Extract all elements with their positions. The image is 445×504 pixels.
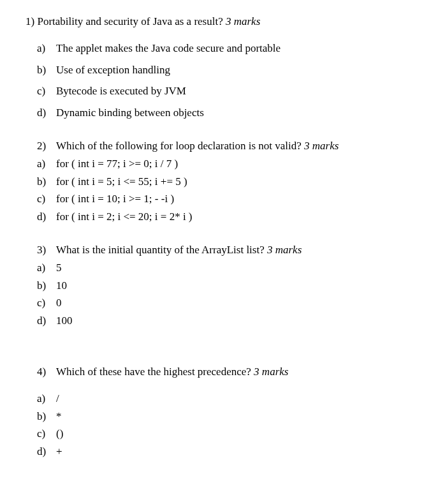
question-marks: 3 marks — [226, 15, 260, 27]
option-letter: c) — [37, 84, 56, 99]
option-letter: b) — [37, 174, 56, 189]
question-2: 2)Which of the following for loop declar… — [26, 138, 426, 225]
option-text: for ( int i = 2; i <= 20; i = 2* i ) — [56, 211, 193, 223]
question-1-options: a)The applet makes the Java code secure … — [26, 41, 426, 121]
option-letter: d) — [37, 313, 56, 329]
option-c: c)Bytecode is executed by JVM — [26, 84, 426, 99]
option-b: b)10 — [26, 278, 426, 293]
option-letter: a) — [37, 391, 56, 406]
option-text: 10 — [56, 279, 67, 292]
option-letter: c) — [37, 426, 56, 441]
option-letter: a) — [37, 41, 56, 56]
option-b: b)for ( int i = 5; i <= 55; i += 5 ) — [26, 174, 426, 189]
option-text: () — [56, 427, 63, 440]
option-a: a)for ( int i = 77; i >= 0; i / 7 ) — [26, 156, 426, 172]
question-1: 1) Portability and security of Java as a… — [26, 14, 426, 121]
option-letter: c) — [37, 191, 56, 207]
option-d: d)Dynamic binding between objects — [26, 105, 426, 121]
option-text: + — [56, 445, 62, 457]
option-text: 5 — [56, 262, 62, 274]
spacer — [26, 346, 426, 364]
option-b: b)* — [26, 409, 426, 424]
question-3: 3)What is the initial quantity of the Ar… — [26, 242, 426, 329]
option-a: a)/ — [26, 391, 426, 406]
question-2-options: a)for ( int i = 77; i >= 0; i / 7 ) b)fo… — [26, 156, 426, 225]
option-a: a)5 — [26, 260, 426, 276]
option-text: for ( int i = 10; i >= 1; - -i ) — [56, 193, 174, 205]
option-letter: a) — [37, 156, 56, 172]
question-text: Portability and security of Java as a re… — [37, 15, 222, 27]
option-letter: d) — [37, 444, 56, 459]
question-marks: 3 marks — [304, 140, 339, 152]
option-d: d)+ — [26, 444, 426, 459]
question-number: 2) — [37, 138, 56, 154]
option-d: d)for ( int i = 2; i <= 20; i = 2* i ) — [26, 209, 426, 225]
option-c: c)() — [26, 426, 426, 441]
option-letter: b) — [37, 63, 56, 78]
option-c: c)0 — [26, 295, 426, 311]
option-text: The applet makes the Java code secure an… — [56, 42, 281, 54]
option-b: b)Use of exception handling — [26, 63, 426, 78]
option-text: Use of exception handling — [56, 64, 170, 76]
option-a: a)The applet makes the Java code secure … — [26, 41, 426, 56]
question-marks: 3 marks — [267, 244, 302, 256]
option-text: Dynamic binding between objects — [56, 107, 204, 119]
option-letter: b) — [37, 409, 56, 424]
option-letter: c) — [37, 295, 56, 311]
question-number: 3) — [37, 242, 56, 258]
option-c: c)for ( int i = 10; i >= 1; - -i ) — [26, 191, 426, 207]
option-letter: a) — [37, 260, 56, 276]
option-letter: d) — [37, 209, 56, 225]
option-letter: b) — [37, 278, 56, 293]
question-text: What is the initial quantity of the Arra… — [56, 244, 265, 256]
question-number: 1) — [26, 15, 34, 27]
option-text: 0 — [56, 297, 62, 309]
option-text: / — [56, 392, 59, 404]
option-text: for ( int i = 77; i >= 0; i / 7 ) — [56, 158, 178, 170]
question-4: 4)Which of these have the highest preced… — [26, 364, 426, 459]
option-text: Bytecode is executed by JVM — [56, 85, 186, 97]
question-2-prompt: 2)Which of the following for loop declar… — [26, 138, 426, 154]
question-1-prompt: 1) Portability and security of Java as a… — [26, 14, 426, 29]
option-text: for ( int i = 5; i <= 55; i += 5 ) — [56, 175, 187, 188]
question-text: Which of the following for loop declarat… — [56, 140, 302, 152]
question-4-options: a)/ b)* c)() d)+ — [26, 391, 426, 459]
option-text: * — [56, 410, 62, 422]
option-text: 100 — [56, 315, 73, 327]
question-3-prompt: 3)What is the initial quantity of the Ar… — [26, 242, 426, 258]
option-letter: d) — [37, 105, 56, 121]
question-number: 4) — [37, 364, 56, 380]
question-text: Which of these have the highest preceden… — [56, 366, 251, 378]
question-marks: 3 marks — [254, 366, 288, 378]
option-d: d)100 — [26, 313, 426, 329]
question-3-options: a)5 b)10 c)0 d)100 — [26, 260, 426, 329]
question-4-prompt: 4)Which of these have the highest preced… — [26, 364, 426, 380]
